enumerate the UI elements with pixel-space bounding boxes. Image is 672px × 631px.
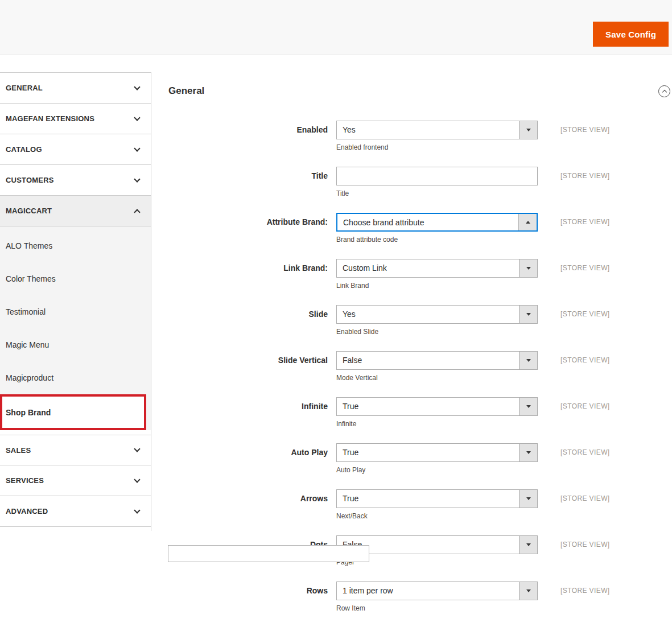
- select-value: 1 item per row: [337, 582, 519, 600]
- sidebar-item-magicproduct[interactable]: Magicproduct: [0, 361, 151, 394]
- triangle-down-icon: [526, 313, 531, 316]
- sidebar-section-label: MAGEFAN EXTENSIONS: [6, 114, 94, 123]
- scope-label: [STORE VIEW]: [560, 213, 610, 245]
- slide-vertical-select[interactable]: False: [336, 351, 538, 370]
- enabled-select[interactable]: Yes: [336, 121, 538, 139]
- sidebar-section-customers[interactable]: CUSTOMERS: [0, 165, 151, 196]
- field-label: Arrows: [168, 489, 328, 521]
- sidebar-item-testimonial[interactable]: Testimonial: [0, 295, 151, 328]
- scope-label: [STORE VIEW]: [560, 259, 610, 291]
- sidebar-section-services[interactable]: SERVICES: [0, 465, 151, 496]
- field-control: YesEnabled Slide: [336, 305, 538, 337]
- dropdown-toggle-button[interactable]: [519, 490, 537, 508]
- sidebar-item-label: Shop Brand: [6, 408, 51, 417]
- sidebar-section-label: GENERAL: [6, 84, 43, 92]
- sidebar-submenu: ALO ThemesColor ThemesTestimonialMagic M…: [0, 226, 151, 430]
- scope-label: [STORE VIEW]: [560, 305, 610, 337]
- collapse-section-icon[interactable]: [658, 85, 670, 97]
- sidebar-section-magiccart[interactable]: MAGICCART: [0, 196, 151, 226]
- sidebar-item-color-themes[interactable]: Color Themes: [0, 262, 151, 295]
- sidebar-item-label: ALO Themes: [6, 241, 52, 250]
- field-control: TrueNext/Back: [336, 489, 538, 521]
- field-note: Auto Play: [336, 465, 538, 475]
- select-value: True: [337, 398, 519, 415]
- chevron-up-icon: [662, 89, 666, 94]
- dropdown-toggle-button[interactable]: [519, 352, 537, 369]
- title-input[interactable]: [336, 167, 538, 185]
- dropdown-toggle-button[interactable]: [519, 536, 537, 554]
- sidebar-section-label: CATALOG: [6, 145, 42, 154]
- auto-play-select[interactable]: True: [336, 443, 538, 462]
- select-value: True: [337, 444, 519, 461]
- dropdown-toggle-button[interactable]: [519, 444, 537, 461]
- field-label: Rows: [168, 581, 328, 613]
- triangle-down-icon: [526, 359, 531, 362]
- scope-label: [STORE VIEW]: [560, 489, 610, 521]
- select-value: Choose brand attribute: [337, 214, 518, 230]
- dropdown-toggle-button[interactable]: [519, 259, 537, 277]
- sidebar-section-magefan-extensions[interactable]: MAGEFAN EXTENSIONS: [0, 104, 151, 134]
- sidebar-section-advanced[interactable]: ADVANCED: [0, 496, 151, 527]
- triangle-down-icon: [526, 405, 531, 408]
- dropdown-toggle-button[interactable]: [518, 214, 537, 230]
- field-note: Enabled frontend: [336, 143, 538, 152]
- sidebar-item-label: Magicproduct: [6, 373, 53, 382]
- dropdown-toggle-button[interactable]: [519, 121, 537, 139]
- sidebar-item-alo-themes[interactable]: ALO Themes: [0, 229, 151, 262]
- form-row-enabled: EnabledYesEnabled frontend[STORE VIEW]: [168, 121, 672, 152]
- field-control: Choose brand attributeBrand attribute co…: [336, 213, 538, 245]
- field-note: Mode Vertical: [336, 373, 538, 383]
- page-header: Save Config: [0, 0, 672, 55]
- form-row-infinite: InfiniteTrueInfinite[STORE VIEW]: [168, 397, 672, 429]
- field-control: TrueAuto Play: [336, 443, 538, 475]
- dropdown-toggle-button[interactable]: [519, 398, 537, 415]
- scope-label: [STORE VIEW]: [560, 443, 610, 475]
- sidebar-item-label: Magic Menu: [6, 340, 49, 349]
- sidebar-item-label: Color Themes: [6, 274, 56, 283]
- form-row-attribute-brand: Attribute Brand:Choose brand attributeBr…: [168, 213, 672, 245]
- select-value: Yes: [337, 306, 519, 323]
- field-control: FalseMode Vertical: [336, 351, 538, 383]
- dropdown-toggle-button[interactable]: [519, 582, 537, 600]
- field-control: Custom LinkLink Brand: [336, 259, 538, 291]
- infinite-select[interactable]: True: [336, 397, 538, 416]
- config-nav-sidebar: GENERALMAGEFAN EXTENSIONSCATALOGCUSTOMER…: [0, 72, 151, 531]
- field-label: Slide Vertical: [168, 351, 328, 383]
- field-note: Infinite: [336, 419, 538, 429]
- select-value: Custom Link: [337, 259, 519, 277]
- attribute-brand-select[interactable]: Choose brand attribute: [336, 213, 538, 232]
- sidebar-section-label: ADVANCED: [6, 507, 48, 515]
- field-control: Title: [336, 167, 538, 199]
- config-form: EnabledYesEnabled frontend[STORE VIEW]Ti…: [168, 121, 672, 613]
- next-field-partial[interactable]: [168, 545, 369, 562]
- form-row-arrows: ArrowsTrueNext/Back[STORE VIEW]: [168, 489, 672, 521]
- chevron-down-icon: [134, 84, 140, 90]
- field-note: Row Item: [336, 604, 538, 613]
- select-value: True: [337, 490, 519, 508]
- form-row-auto-play: Auto PlayTrueAuto Play[STORE VIEW]: [168, 443, 672, 475]
- form-row-slide-vertical: Slide VerticalFalseMode Vertical[STORE V…: [168, 351, 672, 383]
- dropdown-toggle-button[interactable]: [519, 306, 537, 323]
- scope-label: [STORE VIEW]: [560, 397, 610, 429]
- rows-select[interactable]: 1 item per row: [336, 581, 538, 600]
- slide-select[interactable]: Yes: [336, 305, 538, 324]
- triangle-down-icon: [526, 451, 531, 454]
- sidebar-item-label: Testimonial: [6, 307, 46, 316]
- sidebar-section-sales[interactable]: SALES: [0, 435, 151, 465]
- sidebar-item-shop-brand[interactable]: Shop Brand: [0, 394, 146, 430]
- field-note: Brand attribute code: [336, 235, 538, 245]
- chevron-down-icon: [134, 507, 140, 513]
- scope-label: [STORE VIEW]: [560, 581, 610, 613]
- field-label: Slide: [168, 305, 328, 337]
- sidebar-section-catalog[interactable]: CATALOG: [0, 134, 151, 165]
- scope-label: [STORE VIEW]: [560, 167, 610, 199]
- triangle-down-icon: [526, 267, 531, 270]
- sidebar-item-magic-menu[interactable]: Magic Menu: [0, 328, 151, 361]
- chevron-down-icon: [134, 145, 140, 151]
- triangle-down-icon: [526, 543, 531, 546]
- sidebar-section-general[interactable]: GENERAL: [0, 73, 151, 104]
- link-brand-select[interactable]: Custom Link: [336, 259, 538, 278]
- save-config-button[interactable]: Save Config: [593, 22, 669, 47]
- form-row-title: TitleTitle[STORE VIEW]: [168, 167, 672, 199]
- arrows-select[interactable]: True: [336, 489, 538, 508]
